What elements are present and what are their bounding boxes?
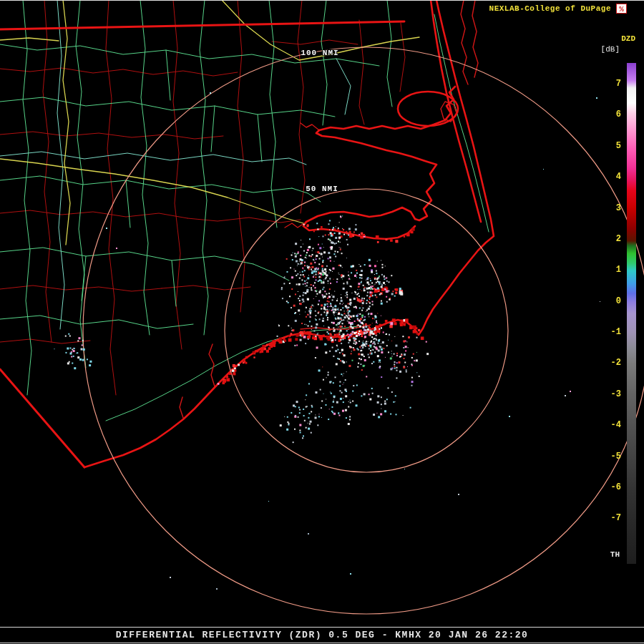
colorbar-tick-label: 5 <box>616 141 621 151</box>
range-ring-label-100nmi: 100 NMI <box>301 49 338 57</box>
radar-screen: { "header": { "brand": "NEXLAB-College o… <box>0 0 644 644</box>
colorbar-tick-label: 3 <box>616 203 621 213</box>
product-title: DIFFERENTIAL REFLECTIVITY (ZDR) 0.5 DEG … <box>0 630 644 640</box>
brand-text: NEXLAB-College of DuPage <box>489 4 611 13</box>
colorbar-tick-label: -7 <box>611 513 621 523</box>
colorbar-gradient <box>627 63 636 564</box>
colorbar-tick-label: -3 <box>611 389 621 399</box>
nexlab-logo-icon: % <box>616 4 627 14</box>
colorbar-tick-label: -6 <box>611 482 621 492</box>
colorbar-tick-label: 0 <box>616 296 621 306</box>
colorbar-tick-label: 7 <box>616 79 621 89</box>
radar-map-canvas <box>0 0 644 644</box>
colorbar-threshold-label: TH <box>610 550 620 559</box>
colorbar-tick-label: 2 <box>616 234 621 244</box>
range-ring-label-50nmi: 50 NMI <box>306 185 338 193</box>
colorbar-tick-label: -2 <box>611 358 621 368</box>
bottom-border-line <box>0 643 644 643</box>
colorbar-tick-label: 1 <box>616 265 621 275</box>
radar-display: NEXLAB-College of DuPage % DZD [dB] 7654… <box>0 0 644 644</box>
colorbar-product-label: DZD <box>621 34 635 43</box>
colorbar-tick-label: 4 <box>616 172 621 182</box>
colorbar-tick-label: -4 <box>611 420 621 430</box>
colorbar-tick-label: -1 <box>611 327 621 337</box>
colorbar-tick-label: -5 <box>611 452 621 462</box>
top-border-line <box>0 0 644 1</box>
colorbar-units-label: [dB] <box>601 45 620 54</box>
title-separator-line <box>0 627 644 628</box>
colorbar-tick-label: 6 <box>616 109 621 119</box>
